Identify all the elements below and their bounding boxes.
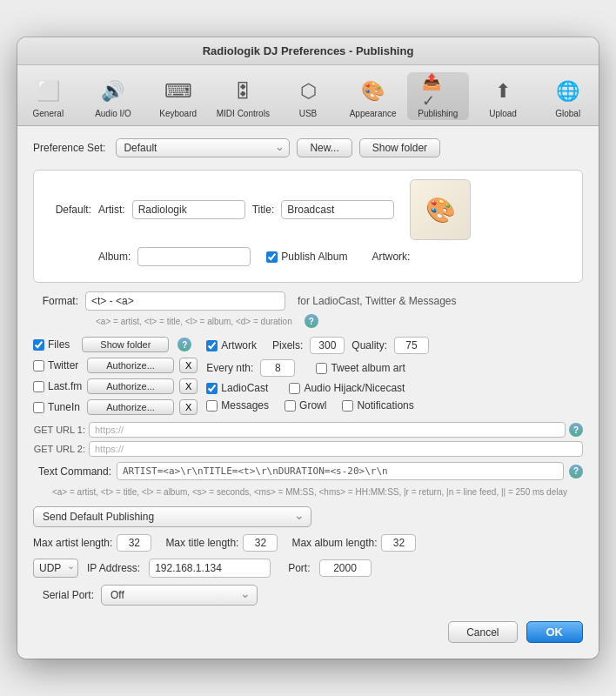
text-cmd-input[interactable] (117, 462, 564, 480)
toolbar-usb[interactable]: ⬡ USB (278, 72, 339, 120)
serial-select[interactable]: Off (101, 585, 258, 606)
notifications-checkbox[interactable] (342, 400, 353, 412)
publish-album-checkbox[interactable] (266, 251, 278, 263)
toolbar-global[interactable]: 🌐 Global (537, 72, 599, 120)
files-label: Files (48, 338, 70, 351)
send-row: Send Default Publishing (33, 506, 583, 527)
ok-button[interactable]: OK (526, 621, 584, 643)
tweet-album-checkbox[interactable] (316, 363, 327, 374)
toolbar-publishing[interactable]: 📤✓ Publishing (407, 72, 469, 120)
format-row: Format: for LadioCast, Twitter & Message… (33, 291, 583, 311)
url1-input[interactable] (89, 422, 566, 438)
default-label: Default: (46, 204, 91, 216)
max-album-input[interactable] (381, 534, 416, 552)
growl-checkbox-label[interactable]: Growl (285, 399, 326, 412)
format-input[interactable] (85, 291, 285, 311)
every-nth-input[interactable] (260, 359, 295, 377)
album-input[interactable] (137, 247, 251, 266)
url-section: GET URL 1: ? GET URL 2: (33, 422, 583, 457)
show-folder-button[interactable]: Show folder (359, 138, 440, 157)
window-title: Radiologik DJ Preferences - Publishing (203, 44, 414, 57)
format-help-icon[interactable]: ? (305, 314, 318, 328)
tweet-album-checkbox-label[interactable]: Tweet album art (316, 362, 405, 374)
new-button[interactable]: New... (297, 138, 352, 157)
artwork-checkbox[interactable] (206, 340, 218, 351)
usb-icon: ⬡ (292, 76, 324, 107)
artwork-check-label: Artwork (221, 339, 257, 351)
titlebar: Radiologik DJ Preferences - Publishing (17, 37, 599, 65)
ladiocast-checkbox-label[interactable]: LadioCast (206, 382, 268, 394)
artwork-icon: 🎨 (425, 196, 456, 224)
lastfm-x-button[interactable]: X (179, 378, 198, 394)
toolbar-upload[interactable]: ⬆ Upload (472, 72, 534, 120)
max-artist-label: Max artist length: (33, 537, 112, 549)
send-dropdown-wrapper: Send Default Publishing (33, 506, 311, 527)
publish-album-checkbox-label[interactable]: Publish Album (266, 251, 347, 263)
text-cmd-label: Text Command: (33, 465, 111, 478)
services-outer: Files Show folder ? Twitter Authorize...… (33, 337, 583, 417)
messages-checkbox[interactable] (206, 400, 218, 412)
url1-row: GET URL 1: ? (33, 422, 583, 438)
files-help-icon[interactable]: ? (177, 338, 191, 351)
text-cmd-help-icon[interactable]: ? (569, 465, 583, 478)
files-show-folder-button[interactable]: Show folder (82, 337, 169, 352)
lastfm-checkbox[interactable] (33, 381, 44, 392)
messages-checkbox-label[interactable]: Messages (206, 399, 269, 412)
toolbar-appearance[interactable]: 🎨 Appearance (342, 72, 404, 120)
udp-protocol-select[interactable]: UDP (33, 559, 78, 578)
publishing-icon: 📤✓ (422, 76, 453, 107)
twitter-x-button[interactable]: X (179, 358, 198, 373)
growl-checkbox[interactable] (285, 400, 296, 412)
audio-hijack-checkbox[interactable] (289, 383, 300, 394)
ladiocast-checkbox[interactable] (206, 383, 218, 394)
audio-hijack-checkbox-label[interactable]: Audio Hijack/Nicecast (289, 382, 405, 394)
tunein-checkbox-label[interactable]: TuneIn (33, 401, 82, 413)
quality-label: Quality: (352, 339, 387, 351)
toolbar-audio-io[interactable]: 🔊 Audio I/O (83, 72, 144, 120)
pixels-input[interactable] (310, 337, 345, 354)
toolbar-midi[interactable]: 🎛 MIDI Controls (212, 72, 274, 120)
udp-protocol-wrapper: UDP ⌄ (33, 559, 78, 578)
files-checkbox[interactable] (33, 339, 44, 351)
default-bottom-row: Album: Publish Album Artwork: (46, 247, 570, 266)
lastfm-checkbox-label[interactable]: Last.fm (33, 380, 82, 392)
twitter-row: Twitter Authorize... X (33, 358, 198, 373)
text-cmd-hint: <a> = artist, <t> = title, <l> = album, … (33, 484, 583, 499)
quality-input[interactable] (394, 337, 429, 354)
max-lengths-row: Max artist length: Max title length: Max… (33, 534, 583, 552)
toolbar-keyboard[interactable]: ⌨ Keyboard (147, 72, 209, 120)
send-dropdown[interactable]: Send Default Publishing (33, 506, 311, 527)
msg-growl-notif-row: Messages Growl Notifications (206, 399, 583, 412)
ladiocast-label: LadioCast (221, 382, 268, 394)
pref-set-dropdown[interactable]: Default (116, 138, 290, 157)
ip-input[interactable] (149, 559, 271, 578)
max-title-input[interactable] (243, 534, 278, 552)
artist-input[interactable] (132, 200, 245, 219)
port-input[interactable] (319, 559, 372, 577)
twitter-authorize-button[interactable]: Authorize... (87, 358, 174, 373)
url-help-icon[interactable]: ? (569, 423, 583, 437)
max-artist-input[interactable] (117, 534, 151, 552)
ip-label: IP Address: (87, 562, 140, 574)
twitter-checkbox[interactable] (33, 360, 44, 371)
artwork-checkbox-label[interactable]: Artwork (206, 339, 257, 351)
tunein-x-button[interactable]: X (179, 399, 198, 415)
toolbar-general[interactable]: ⬜ General (17, 72, 79, 120)
title-input[interactable] (281, 200, 394, 219)
every-nth-row: Every nth: Tweet album art (206, 359, 583, 377)
artwork-row: Artwork Pixels: Quality: (206, 337, 583, 354)
cancel-button[interactable]: Cancel (448, 621, 517, 643)
tunein-checkbox[interactable] (33, 402, 44, 413)
notifications-checkbox-label[interactable]: Notifications (342, 399, 413, 412)
twitter-checkbox-label[interactable]: Twitter (33, 359, 82, 371)
title-label: Title: (252, 204, 275, 216)
files-checkbox-label[interactable]: Files (33, 338, 70, 351)
general-icon: ⬜ (32, 76, 64, 107)
tunein-authorize-button[interactable]: Authorize... (87, 399, 174, 415)
keyboard-icon: ⌨ (163, 76, 194, 107)
max-album-item: Max album length: (291, 534, 416, 552)
lastfm-authorize-button[interactable]: Authorize... (87, 378, 174, 394)
artwork-label: Artwork: (372, 251, 410, 263)
url2-input[interactable] (89, 441, 583, 457)
max-album-label: Max album length: (291, 537, 377, 549)
